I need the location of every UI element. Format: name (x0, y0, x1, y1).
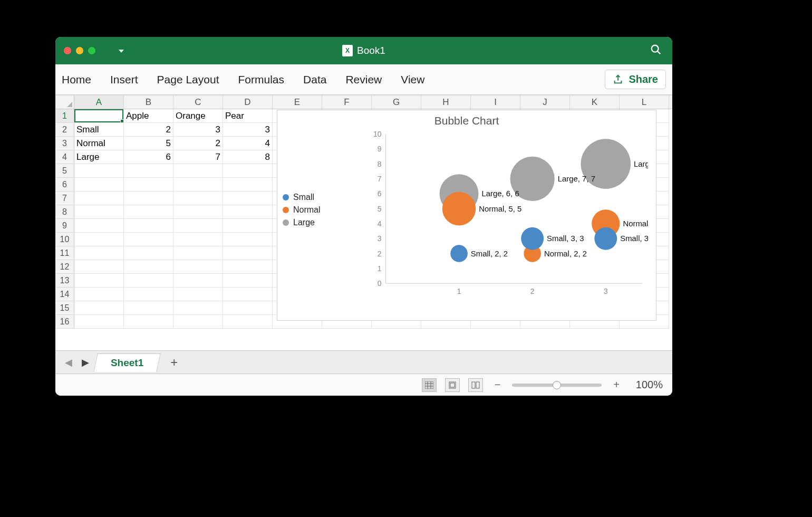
cell-B10[interactable] (124, 233, 173, 246)
row-header-13[interactable]: 13 (55, 274, 74, 288)
row-header-15[interactable]: 15 (55, 301, 74, 315)
row-header-10[interactable]: 10 (55, 233, 74, 246)
close-window-button[interactable] (64, 47, 71, 54)
cell-D12[interactable] (223, 260, 273, 274)
column-header-b[interactable]: B (124, 95, 173, 109)
spreadsheet-grid[interactable]: ABCDEFGHIJKL 1AppleOrangePear2Small2333N… (55, 95, 672, 350)
cell-B6[interactable] (124, 178, 173, 192)
column-header-i[interactable]: I (471, 95, 520, 109)
column-header-k[interactable]: K (570, 95, 620, 109)
cell-B12[interactable] (124, 260, 173, 274)
row-header-7[interactable]: 7 (55, 192, 74, 205)
cell-A7[interactable] (74, 192, 124, 205)
cell-B13[interactable] (124, 274, 173, 288)
minimize-window-button[interactable] (76, 47, 83, 54)
cell-B8[interactable] (124, 205, 173, 219)
cell-B3[interactable]: 5 (124, 137, 173, 150)
search-icon[interactable] (650, 44, 662, 58)
cell-B11[interactable] (124, 246, 173, 260)
row-header-12[interactable]: 12 (55, 260, 74, 274)
cell-A1[interactable] (74, 109, 124, 123)
cell-A10[interactable] (74, 233, 124, 246)
tab-home[interactable]: Home (62, 73, 91, 86)
cell-A2[interactable]: Small (74, 123, 124, 137)
cell-D3[interactable]: 4 (223, 137, 273, 150)
cell-A14[interactable] (74, 288, 124, 301)
tab-page-layout[interactable]: Page Layout (157, 73, 219, 86)
row-header-11[interactable]: 11 (55, 246, 74, 260)
cell-C6[interactable] (173, 178, 223, 192)
bubble-small-2[interactable] (521, 227, 544, 250)
column-header-e[interactable]: E (273, 95, 322, 109)
zoom-window-button[interactable] (88, 47, 95, 54)
cell-C1[interactable]: Orange (173, 109, 223, 123)
bubble-small-1[interactable] (450, 245, 468, 262)
cell-A12[interactable] (74, 260, 124, 274)
cell-A6[interactable] (74, 178, 124, 192)
sheet-tab-active[interactable]: Sheet1 (93, 353, 161, 372)
add-sheet-button[interactable]: + (162, 355, 186, 370)
cell-C5[interactable] (173, 164, 223, 178)
cell-D6[interactable] (223, 178, 273, 192)
row-header-14[interactable]: 14 (55, 288, 74, 301)
row-header-2[interactable]: 2 (55, 123, 74, 137)
cell-D16[interactable] (223, 315, 273, 329)
bubble-normal-1[interactable] (442, 192, 476, 226)
quick-access-dropdown[interactable] (117, 47, 124, 54)
cell-B16[interactable] (124, 315, 173, 329)
cell-C12[interactable] (173, 260, 223, 274)
cell-A9[interactable] (74, 219, 124, 233)
column-header-a[interactable]: A (74, 95, 124, 109)
cell-B14[interactable] (124, 288, 173, 301)
cell-B9[interactable] (124, 219, 173, 233)
column-header-d[interactable]: D (223, 95, 273, 109)
column-header-j[interactable]: J (520, 95, 570, 109)
cell-C4[interactable]: 7 (173, 150, 223, 164)
cell-C2[interactable]: 3 (173, 123, 223, 137)
share-button[interactable]: Share (605, 70, 666, 89)
cell-C3[interactable]: 2 (173, 137, 223, 150)
cell-C16[interactable] (173, 315, 223, 329)
bubble-small-3[interactable] (594, 227, 617, 250)
row-header-6[interactable]: 6 (55, 178, 74, 192)
cell-A4[interactable]: Large (74, 150, 124, 164)
cell-A8[interactable] (74, 205, 124, 219)
zoom-out-button[interactable]: − (491, 379, 504, 391)
cell-A3[interactable]: Normal (74, 137, 124, 150)
view-page-break-button[interactable] (468, 378, 483, 392)
cell-D7[interactable] (223, 192, 273, 205)
cell-D13[interactable] (223, 274, 273, 288)
tab-formulas[interactable]: Formulas (238, 73, 285, 86)
tab-review[interactable]: Review (345, 73, 382, 86)
column-header-c[interactable]: C (173, 95, 223, 109)
cell-D2[interactable]: 3 (223, 123, 273, 137)
column-header-f[interactable]: F (322, 95, 372, 109)
embedded-chart[interactable]: Bubble Chart Small Normal Large 01234567… (277, 110, 656, 321)
cell-B4[interactable]: 6 (124, 150, 173, 164)
cell-A5[interactable] (74, 164, 124, 178)
cell-C8[interactable] (173, 205, 223, 219)
cell-B2[interactable]: 2 (124, 123, 173, 137)
row-header-5[interactable]: 5 (55, 164, 74, 178)
cell-A11[interactable] (74, 246, 124, 260)
row-header-3[interactable]: 3 (55, 137, 74, 150)
tab-data[interactable]: Data (303, 73, 326, 86)
cell-D10[interactable] (223, 233, 273, 246)
column-header-l[interactable]: L (620, 95, 669, 109)
zoom-in-button[interactable]: + (610, 379, 623, 391)
cell-A15[interactable] (74, 301, 124, 315)
cell-D5[interactable] (223, 164, 273, 178)
cell-C10[interactable] (173, 233, 223, 246)
column-header-h[interactable]: H (421, 95, 471, 109)
cell-C13[interactable] (173, 274, 223, 288)
cell-A13[interactable] (74, 274, 124, 288)
cell-C9[interactable] (173, 219, 223, 233)
cell-C15[interactable] (173, 301, 223, 315)
view-normal-button[interactable] (422, 378, 437, 392)
select-all-corner[interactable] (55, 95, 74, 109)
row-header-8[interactable]: 8 (55, 205, 74, 219)
cell-D15[interactable] (223, 301, 273, 315)
zoom-percentage[interactable]: 100% (631, 379, 663, 391)
cell-C7[interactable] (173, 192, 223, 205)
tab-view[interactable]: View (401, 73, 424, 86)
